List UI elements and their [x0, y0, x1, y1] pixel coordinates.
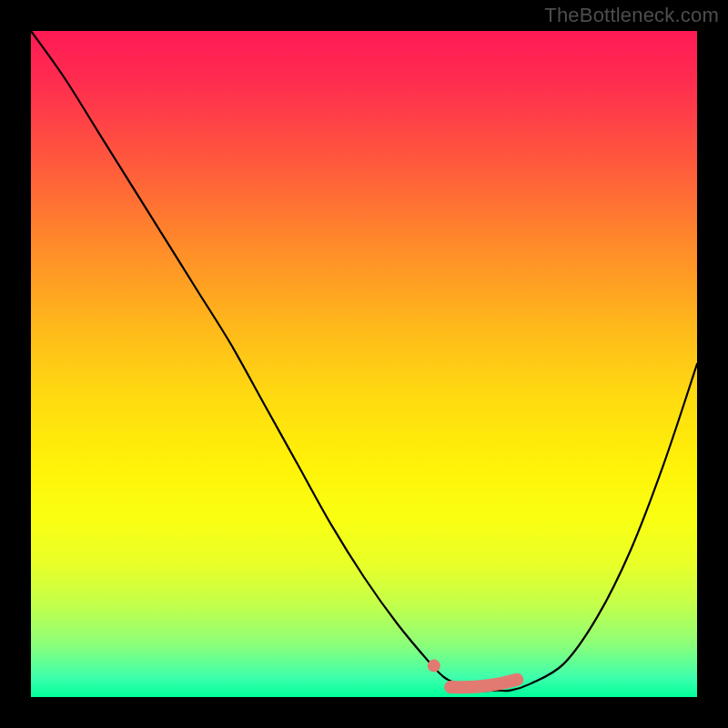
salmon-dot-icon: [428, 660, 440, 672]
watermark-text: TheBottleneck.com: [544, 4, 719, 27]
bottleneck-curve: [31, 31, 697, 691]
page: TheBottleneck.com: [0, 0, 728, 728]
chart-svg: [31, 31, 697, 697]
chart-plot-area: [31, 31, 697, 697]
salmon-band-icon: [450, 680, 517, 688]
